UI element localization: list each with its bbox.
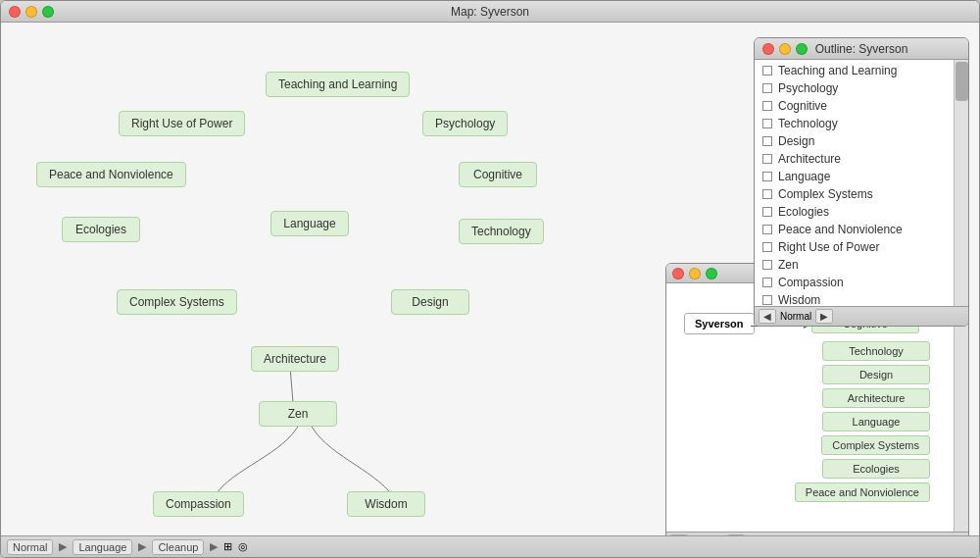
outline-checkbox[interactable] — [762, 101, 772, 111]
node-ecologies[interactable]: Ecologies — [62, 217, 140, 242]
bottom-sep3: ▶ — [210, 540, 218, 553]
outline-item[interactable]: Cognitive — [755, 97, 968, 115]
outline-item[interactable]: Zen — [755, 256, 968, 274]
outline-checkbox[interactable] — [762, 154, 772, 164]
svg-line-0 — [290, 367, 293, 403]
node-cognitive[interactable]: Cognitive — [459, 162, 537, 187]
node-psychology[interactable]: Psychology — [422, 111, 508, 136]
bottom-sep1: ▶ — [59, 540, 67, 553]
outline-item[interactable]: Right Use of Power — [755, 238, 968, 256]
list-row-ecologies[interactable]: Ecologies — [674, 459, 946, 479]
close-button[interactable] — [9, 6, 21, 18]
maximize-button[interactable] — [42, 6, 54, 18]
outline-title: Outline: Syverson — [815, 42, 908, 56]
outline-item[interactable]: Teaching and Learning — [755, 62, 968, 79]
list-row-architecture[interactable]: Architecture — [674, 388, 946, 408]
outline-checkbox[interactable] — [762, 295, 772, 305]
center-node: Syverson — [684, 313, 755, 334]
outline-checkbox[interactable] — [762, 189, 772, 199]
outline-item[interactable]: Complex Systems — [755, 185, 968, 203]
outline-nav-next[interactable]: ▶ — [815, 309, 833, 324]
bottom-cleanup-label: Cleanup — [152, 539, 204, 555]
outline-scrollbar[interactable] — [954, 60, 968, 306]
bottom-icon2: ◎ — [238, 540, 248, 553]
outline-min-button[interactable] — [779, 43, 791, 55]
outline-max-button[interactable] — [796, 43, 808, 55]
list-row-technology[interactable]: Technology — [674, 341, 946, 361]
bottom-mode-label: Normal — [7, 539, 53, 555]
outline-item[interactable]: Design — [755, 132, 968, 150]
outline-checkbox[interactable] — [762, 260, 772, 270]
window-controls — [9, 6, 54, 18]
node-technology[interactable]: Technology — [459, 219, 544, 244]
outline-item[interactable]: Compassion — [755, 274, 968, 291]
node-zen[interactable]: Zen — [259, 401, 337, 427]
outline-item[interactable]: Technology — [755, 115, 968, 132]
node-compassion[interactable]: Compassion — [153, 491, 244, 517]
outline-checkbox[interactable] — [762, 83, 772, 93]
outline-checkbox[interactable] — [762, 278, 772, 287]
outline-item[interactable]: Peace and Nonviolence — [755, 221, 968, 238]
list-max-btn[interactable] — [706, 268, 717, 279]
node-teaching[interactable]: Teaching and Learning — [266, 72, 410, 97]
outline-checkbox[interactable] — [762, 66, 772, 76]
outline-item[interactable]: Language — [755, 168, 968, 185]
list-row-peace[interactable]: Peace and Nonviolence — [674, 482, 946, 502]
node-peace[interactable]: Peace and Nonviolence — [36, 162, 186, 187]
list-nav-prev[interactable]: ◀ — [670, 534, 688, 535]
list-nav-next[interactable]: ▶ — [727, 534, 745, 535]
outline-bottom-bar: ◀ Normal ▶ — [755, 306, 968, 326]
bottom-icon1: ⊞ — [223, 540, 232, 553]
outline-window-controls — [762, 43, 808, 55]
bottom-bar: Normal ▶ Language ▶ Cleanup ▶ ⊞ ◎ — [1, 535, 979, 557]
list-close-btn[interactable] — [672, 268, 684, 279]
node-architecture[interactable]: Architecture — [251, 346, 339, 372]
outline-content[interactable]: Teaching and Learning Psychology Cogniti… — [755, 60, 968, 306]
outline-checkbox[interactable] — [762, 207, 772, 217]
minimize-button[interactable] — [25, 6, 37, 18]
outline-item[interactable]: Psychology — [755, 79, 968, 97]
outline-checkbox[interactable] — [762, 136, 772, 146]
node-language[interactable]: Language — [270, 211, 349, 236]
list-row-complex[interactable]: Complex Systems — [674, 435, 946, 455]
list-row-language[interactable]: Language — [674, 412, 946, 431]
node-right-power[interactable]: Right Use of Power — [119, 111, 245, 136]
outline-checkbox[interactable] — [762, 225, 772, 234]
bottom-context-label: Language — [73, 539, 132, 555]
outline-nav-label: Normal — [780, 311, 811, 322]
list-panel-controls — [672, 268, 717, 279]
outline-checkbox[interactable] — [762, 172, 772, 181]
title-bar: Map: Syverson — [1, 1, 979, 23]
outline-checkbox[interactable] — [762, 242, 772, 252]
node-wisdom[interactable]: Wisdom — [347, 491, 425, 517]
outline-title-bar: Outline: Syverson — [755, 38, 968, 60]
bottom-sep2: ▶ — [138, 540, 146, 553]
window-title: Map: Syverson — [451, 5, 529, 19]
main-window: Map: Syverson Teaching and Learning Righ… — [0, 0, 980, 558]
outline-close-button[interactable] — [762, 43, 774, 55]
node-complex[interactable]: Complex Systems — [117, 289, 237, 315]
outline-item[interactable]: Architecture — [755, 150, 968, 168]
outline-panel: Outline: Syverson Teaching and Learning … — [754, 37, 969, 327]
node-design[interactable]: Design — [391, 289, 469, 315]
main-content: Teaching and Learning Right Use of Power… — [1, 23, 979, 535]
list-min-btn[interactable] — [689, 268, 701, 279]
outline-item[interactable]: Wisdom — [755, 291, 968, 306]
outline-item[interactable]: Ecologies — [755, 203, 968, 221]
outline-checkbox[interactable] — [762, 119, 772, 128]
list-row-design[interactable]: Design — [674, 365, 946, 384]
outline-nav-prev[interactable]: ◀ — [759, 309, 776, 324]
list-panel-bottom: ◀ Normal ▶ — [666, 532, 968, 535]
